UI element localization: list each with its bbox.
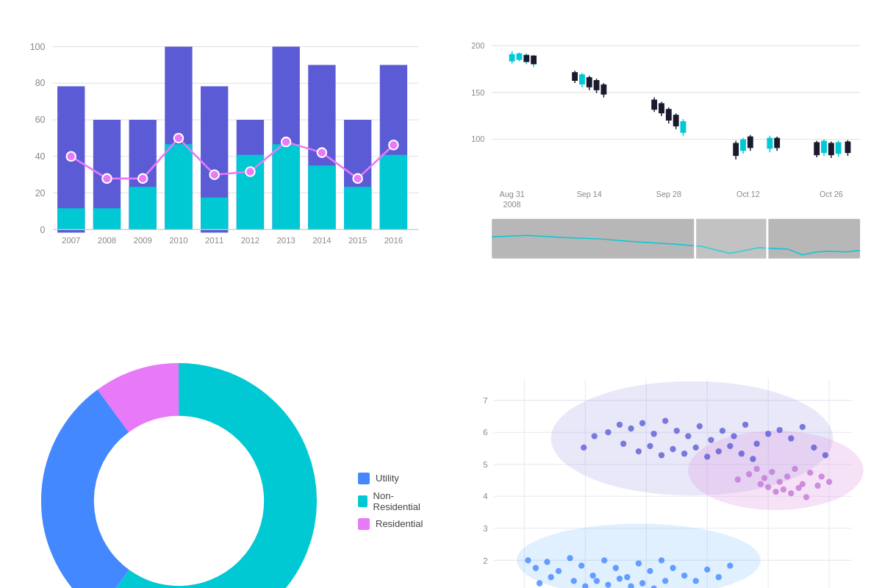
svg-rect-57	[845, 142, 851, 154]
scatter-dot	[704, 453, 710, 459]
scatter-dot	[739, 451, 745, 456]
y-label-4: 4	[483, 492, 487, 501]
line-dot-2015	[353, 174, 362, 183]
scatter-dot-pink	[772, 489, 778, 495]
bar-bot-2012	[237, 155, 264, 230]
candlestick-chart: 200 150 100	[456, 15, 867, 307]
bar-bot-2016	[380, 155, 407, 230]
scatter-dot-blue	[681, 573, 687, 578]
svg-rect-55	[836, 142, 842, 154]
scatter-dot-pink	[792, 466, 797, 472]
bar-line-chart-panel: 100 80 60 40 20 0	[0, 0, 441, 322]
y-label-3: 3	[483, 524, 487, 533]
navigator-bg	[492, 219, 860, 259]
x-sep14: Sep 14	[577, 190, 602, 198]
x-label-2015: 2015	[348, 236, 367, 245]
bar-bot-2011	[201, 198, 228, 230]
scatter-dot	[662, 418, 668, 424]
x-2008: 2008	[503, 200, 521, 209]
scatter-dot	[670, 446, 675, 452]
svg-rect-23	[587, 77, 592, 87]
y-label-2: 2	[483, 556, 487, 565]
svg-rect-29	[651, 100, 657, 110]
line-dot-2008	[102, 174, 111, 183]
scatter-dot-pink	[814, 483, 820, 489]
scatter-dot-blue	[590, 573, 596, 578]
scatter-dot-pink	[826, 478, 832, 484]
scatter-dot-blue	[556, 568, 562, 574]
scatter-dot-pink	[735, 476, 741, 482]
svg-rect-43	[747, 137, 753, 148]
svg-rect-45	[767, 138, 772, 149]
donut-inner	[101, 423, 258, 580]
y-label-150: 150	[471, 88, 484, 97]
x-aug31: Aug 31	[500, 190, 525, 198]
svg-rect-41	[740, 140, 746, 151]
scatter-dot-blue	[639, 580, 645, 586]
y-label-200: 200	[471, 41, 484, 50]
svg-rect-31	[659, 103, 664, 113]
legend-residential-label: Residential	[376, 518, 423, 529]
svg-rect-15	[523, 55, 529, 62]
line-dot-2016	[389, 140, 398, 149]
scatter-dot-blue	[659, 557, 664, 563]
scatter-dot-blue	[617, 576, 623, 581]
scatter-dot-pink	[807, 470, 813, 476]
bar-bot-2013	[273, 144, 300, 229]
scatter-dot	[750, 456, 756, 462]
scatter-dot-blue	[647, 568, 653, 574]
legend-non-residential-label: Non-Residential	[373, 490, 426, 512]
scatter-dot	[777, 427, 783, 433]
scatter-dot	[639, 420, 645, 426]
nav-handle-left[interactable]	[694, 215, 696, 262]
scatter-dot-blue	[571, 578, 577, 584]
scatter-dot-blue	[613, 565, 619, 571]
svg-rect-37	[681, 121, 686, 133]
scatter-dot	[727, 443, 733, 449]
scatter-dot-blue	[601, 557, 607, 563]
x-oct26: Oct 26	[820, 190, 843, 198]
nav-handle-right[interactable]	[766, 215, 768, 262]
scatter-dot-pink	[819, 473, 825, 479]
y-label-5: 5	[483, 460, 487, 469]
bar-bot-2015	[344, 187, 371, 229]
scatter-dot	[788, 435, 794, 441]
y-label-0: 0	[40, 225, 46, 235]
line-dot-2009	[138, 174, 147, 183]
scatter-dot	[716, 448, 722, 454]
scatter-dot-blue	[716, 574, 722, 580]
candlestick-chart-panel: 200 150 100	[441, 0, 882, 322]
nav-selection	[696, 218, 766, 260]
scatter-dot-blue	[578, 563, 584, 569]
scatter-dot-blue	[704, 567, 710, 573]
scatter-dot-pink	[796, 485, 802, 491]
line-dot-2013	[282, 137, 290, 146]
scatter-dot	[708, 437, 714, 442]
svg-rect-27	[600, 85, 606, 95]
svg-rect-35	[673, 115, 679, 126]
legend-utility: Utility	[358, 473, 426, 484]
scatter-dot	[693, 445, 699, 451]
svg-rect-25	[594, 80, 600, 90]
scatter-dot	[731, 433, 736, 439]
bar-line-chart: 100 80 60 40 20 0	[15, 15, 426, 307]
scatter-dot-blue	[548, 574, 553, 580]
scatter-dot-pink	[769, 469, 775, 475]
x-label-2010: 2010	[169, 236, 187, 245]
scatter-dot	[620, 441, 626, 447]
svg-rect-17	[531, 56, 537, 65]
svg-rect-13	[517, 54, 523, 60]
x-sep28: Sep 28	[656, 190, 681, 198]
scatter-dot-pink	[765, 484, 771, 490]
scatter-dot	[753, 441, 759, 447]
y-label-60: 60	[35, 115, 46, 125]
donut-chart-panel: Utility Non-Residential Residential	[0, 322, 441, 588]
legend-non-residential: Non-Residential	[358, 490, 426, 512]
scatter-dot-blue	[605, 581, 611, 587]
svg-rect-47	[774, 138, 780, 148]
scatter-dot	[605, 429, 611, 435]
scatter-dot-blue	[636, 560, 642, 566]
scatter-dot	[647, 443, 653, 449]
bar-bot-2008	[93, 208, 121, 229]
scatter-dot-pink	[788, 490, 794, 496]
